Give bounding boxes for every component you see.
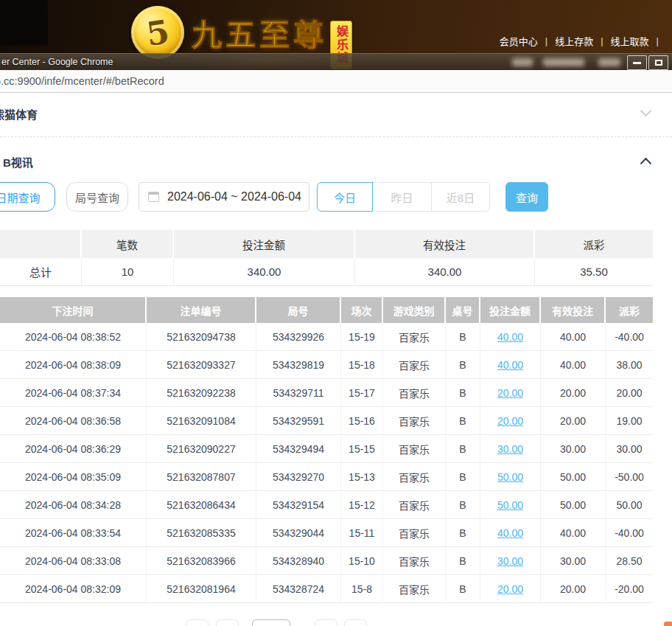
bet-amount-link[interactable]: 30.00 [497, 555, 523, 567]
header-bet-amount: 投注金额 [480, 297, 541, 323]
payout: 20.00 [606, 379, 653, 406]
bet-id: 521632093327 [147, 351, 256, 378]
section-divider [0, 136, 672, 137]
valid-bet: 40.00 [541, 351, 606, 378]
table-no: B [446, 407, 480, 434]
game-type: 百家乐 [383, 575, 446, 602]
bet-amount-link[interactable]: 20.00 [497, 415, 523, 427]
section-title-bb-video[interactable]: B视讯 [3, 154, 33, 170]
game-type: 百家乐 [383, 407, 446, 434]
bet-time: 2024-06-04 08:38:09 [0, 351, 147, 378]
bet-id: 521632087807 [147, 463, 256, 490]
payout: 50.00 [606, 491, 653, 518]
header-bet-id: 注单编号 [147, 297, 256, 323]
payout: -40.00 [606, 323, 653, 350]
coin-logo-icon: 5 [131, 6, 184, 59]
summary-total-payout: 35.50 [535, 258, 653, 285]
nav-online-deposit[interactable]: 线上存款 [555, 34, 593, 48]
session: 15-11 [341, 519, 383, 546]
session: 15-10 [341, 547, 383, 574]
minimize-button[interactable] [627, 55, 647, 70]
bet-amount-link[interactable]: 40.00 [480, 519, 541, 546]
bet-time: 2024-06-04 08:36:29 [0, 435, 147, 462]
game-type: 百家乐 [383, 463, 446, 490]
round-query-button[interactable]: 局号查询 [66, 182, 128, 212]
bet-amount-link[interactable]: 40.00 [497, 527, 523, 539]
yesterday-button[interactable]: 昨日 [373, 182, 432, 212]
bet-amount-link[interactable]: 50.00 [480, 463, 541, 490]
session: 15-15 [341, 435, 383, 462]
bet-amount-link[interactable]: 30.00 [497, 443, 523, 455]
pagination-button-current[interactable] [252, 619, 290, 626]
maximize-icon [655, 60, 662, 66]
minimize-icon [633, 62, 641, 64]
date-query-button[interactable]: 日期查询 [0, 182, 55, 212]
table-no: B [446, 575, 480, 602]
bet-amount-link[interactable]: 40.00 [480, 323, 541, 350]
bet-amount-link[interactable]: 30.00 [480, 547, 541, 574]
summary-total-row: 总计 10 340.00 340.00 35.50 [0, 258, 653, 286]
bet-amount-link[interactable]: 20.00 [480, 407, 541, 434]
chevron-up-icon[interactable] [640, 158, 652, 170]
bet-time: 2024-06-04 08:36:58 [0, 407, 147, 434]
summary-header-count: 笔数 [82, 230, 174, 258]
bet-amount-link[interactable]: 50.00 [480, 491, 541, 518]
bet-amount-link[interactable]: 40.00 [497, 359, 523, 371]
pagination-button[interactable] [216, 619, 239, 626]
bet-time: 2024-06-04 08:34:28 [0, 491, 147, 518]
today-button[interactable]: 今日 [317, 182, 373, 212]
chevron-down-icon[interactable] [640, 105, 652, 117]
pagination-button[interactable] [315, 619, 337, 626]
pagination-button[interactable] [186, 619, 209, 626]
bet-amount-link[interactable]: 20.00 [497, 583, 523, 595]
bet-id: 521632085335 [147, 519, 256, 546]
browser-url-bar[interactable]: 5.cc:9900/infe/mcenter/#/betRecord [0, 70, 672, 93]
bet-amount-link[interactable]: 40.00 [497, 331, 523, 343]
nav-member-center[interactable]: 会员中心 [500, 34, 538, 48]
background-window-block [0, 0, 48, 46]
customer-service-float-button[interactable] [664, 622, 672, 626]
session: 15-18 [341, 351, 383, 378]
section-title-panda-sports[interactable]: 熊猫体育 [0, 106, 38, 122]
summary-header-empty [0, 230, 82, 258]
bet-time: 2024-06-04 08:37:34 [0, 379, 147, 406]
table-row: 2024-06-04 08:34:28521632086434534329154… [0, 491, 653, 519]
valid-bet: 20.00 [541, 575, 606, 602]
table-row: 2024-06-04 08:35:09521632087807534329270… [0, 463, 653, 491]
calendar-icon [148, 192, 159, 202]
bet-amount-link[interactable]: 20.00 [480, 575, 541, 602]
bet-amount-link[interactable]: 20.00 [497, 387, 523, 399]
bet-amount-link[interactable]: 30.00 [480, 435, 541, 462]
top-nav: 会员中心 | 线上存款 | 线上取款 | [500, 34, 666, 48]
browser-titlebar[interactable]: er Center - Google Chrome [0, 53, 672, 70]
bet-id: 521632081964 [147, 575, 256, 602]
bet-amount-link[interactable]: 50.00 [497, 499, 523, 511]
blurred-account-text [543, 58, 584, 66]
bet-id: 521632091084 [147, 407, 256, 434]
bet-id: 521632083966 [147, 547, 256, 574]
bet-amount-link[interactable]: 40.00 [480, 351, 541, 378]
table-row: 2024-06-04 08:36:58521632091084534329591… [0, 407, 653, 435]
nav-separator: | [601, 35, 603, 46]
date-range-value: 2024-06-04 ~ 2024-06-04 [167, 190, 301, 204]
nav-online-withdraw[interactable]: 线上取款 [611, 34, 649, 48]
search-button[interactable]: 查询 [505, 182, 548, 212]
logo-title: 九五至尊 [192, 10, 327, 55]
game-type: 百家乐 [383, 435, 446, 462]
date-range-picker[interactable]: 2024-06-04 ~ 2024-06-04 [139, 182, 309, 212]
bet-amount-link[interactable]: 50.00 [497, 471, 523, 483]
bet-time: 2024-06-04 08:33:54 [0, 519, 147, 546]
summary-header-payout: 派彩 [535, 230, 653, 258]
bet-amount-link[interactable]: 20.00 [480, 379, 541, 406]
round-id: 534329270 [256, 463, 341, 490]
pagination-button[interactable] [344, 619, 367, 626]
session: 15-12 [341, 491, 383, 518]
table-no: B [446, 323, 480, 350]
last8days-button[interactable]: 近8日 [432, 182, 490, 212]
maximize-button[interactable] [648, 55, 668, 70]
table-row: 2024-06-04 08:38:52521632094738534329926… [0, 323, 653, 351]
valid-bet: 20.00 [541, 379, 606, 406]
summary-total-valid-bet: 340.00 [355, 258, 535, 285]
bet-time: 2024-06-04 08:38:52 [0, 323, 147, 350]
header-game-type: 游戏类别 [383, 297, 446, 323]
